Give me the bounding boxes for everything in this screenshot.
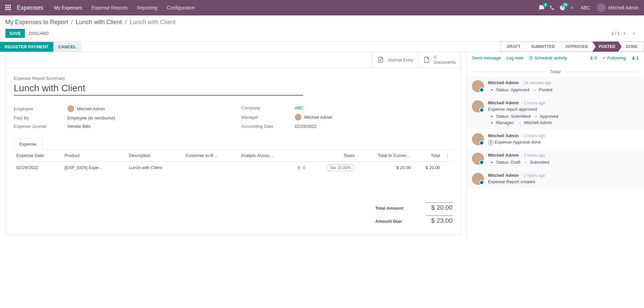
pager-next-icon[interactable]: › bbox=[629, 29, 639, 38]
arrow-right-icon: → bbox=[523, 160, 527, 165]
message-author[interactable]: Mitchell Admin bbox=[488, 80, 519, 85]
message-avatar-icon bbox=[472, 133, 484, 145]
message-time: - 2 hours ago bbox=[522, 134, 545, 138]
documents-count: 0 bbox=[434, 55, 456, 60]
stage-draft[interactable]: DRAFT bbox=[500, 42, 527, 52]
col-taxes[interactable]: Taxes bbox=[308, 150, 358, 162]
cancel-button[interactable]: CANCEL bbox=[53, 42, 81, 52]
breadcrumb-current: Lunch with Client bbox=[129, 19, 175, 25]
following-button[interactable]: ✓ Following bbox=[602, 55, 626, 60]
message-item: Mitchell Admin - 2 hours ago $Expense Ap… bbox=[467, 130, 644, 149]
user-name: Mitchell Admin bbox=[608, 5, 639, 10]
breadcrumb-root[interactable]: My Expenses to Report bbox=[5, 19, 68, 25]
col-analytic[interactable]: Analytic Accou… bbox=[238, 150, 294, 162]
employee-label: Employee bbox=[14, 106, 67, 111]
message-item: Mitchell Admin - 24 minutes ago Status: … bbox=[467, 77, 644, 96]
company-value[interactable]: ABC bbox=[295, 105, 304, 110]
cell-attachments[interactable]: 0 bbox=[297, 165, 305, 170]
message-time: - 2 hours ago bbox=[522, 173, 545, 178]
person-icon bbox=[631, 56, 636, 60]
message-avatar-icon bbox=[472, 80, 484, 92]
table-row[interactable]: 02/28/2022 [EXP_GEN] Expe… Lunch with Cl… bbox=[14, 162, 452, 174]
col-description[interactable]: Description bbox=[126, 150, 183, 162]
title-input[interactable] bbox=[14, 82, 303, 96]
stage-submitted[interactable]: SUBMITTED bbox=[525, 42, 561, 52]
company-switcher[interactable]: ABC bbox=[581, 5, 590, 10]
amount-due-value: $ 23.00 bbox=[426, 215, 452, 224]
documents-button[interactable]: 0 Documents bbox=[418, 52, 461, 67]
stage-posted[interactable]: POSTED bbox=[592, 42, 622, 52]
status-change: Status: Draft → Submitted bbox=[496, 159, 639, 165]
company-label: Company bbox=[241, 105, 295, 110]
paperclip-icon bbox=[589, 56, 593, 60]
cell-analytic bbox=[238, 162, 294, 174]
journal-value[interactable]: Vendor Bills bbox=[67, 124, 91, 129]
user-avatar-icon bbox=[597, 3, 606, 12]
phone-icon[interactable] bbox=[549, 5, 555, 10]
debug-icon[interactable]: ✖ bbox=[570, 5, 574, 10]
tab-expense[interactable]: Expense bbox=[14, 139, 42, 150]
journal-label: Expense Journal bbox=[14, 124, 67, 129]
journal-icon bbox=[377, 56, 384, 63]
col-product[interactable]: Product bbox=[62, 150, 126, 162]
send-message-button[interactable]: Send message bbox=[472, 55, 501, 60]
stage-done[interactable]: DONE bbox=[620, 42, 644, 52]
journal-entry-label: Journal Entry bbox=[388, 57, 414, 62]
documents-icon bbox=[423, 56, 430, 63]
arrow-right-icon: → bbox=[517, 120, 522, 125]
cell-date: 02/28/2022 bbox=[14, 162, 62, 174]
total-amount-value: $ 20.00 bbox=[426, 202, 452, 211]
message-author[interactable]: Mitchell Admin bbox=[488, 133, 519, 138]
paidby-value[interactable]: Employee (to reimburse) bbox=[67, 115, 115, 120]
messaging-badge: 6 bbox=[543, 3, 548, 7]
discard-button[interactable]: DISCARD bbox=[25, 29, 53, 38]
message-author[interactable]: Mitchell Admin bbox=[488, 153, 519, 158]
arrow-right-icon: → bbox=[533, 114, 537, 119]
register-payment-button[interactable]: REGISTER PAYMENT bbox=[0, 42, 53, 52]
journal-entry-button[interactable]: Journal Entry bbox=[372, 52, 418, 67]
breadcrumb-mid[interactable]: Lunch with Client bbox=[76, 19, 122, 25]
message-author[interactable]: Mitchell Admin bbox=[488, 100, 519, 105]
clock-icon bbox=[529, 56, 533, 60]
message-item: Mitchell Admin - 2 hours ago Expense Rep… bbox=[467, 169, 644, 188]
message-body: Expense Report created bbox=[488, 179, 639, 184]
pager-value[interactable]: 1 / 1 bbox=[611, 31, 620, 36]
cell-total: $ 20.00 bbox=[414, 162, 443, 174]
col-total-currency[interactable]: Total In Curren… bbox=[357, 150, 414, 162]
message-author[interactable]: Mitchell Admin bbox=[488, 173, 519, 178]
summary-label: Expense Report Summary bbox=[14, 76, 452, 81]
activities-badge: 28 bbox=[562, 3, 569, 7]
col-total[interactable]: Total bbox=[414, 150, 443, 162]
expense-table: Expense Date Product Description Custome… bbox=[14, 150, 452, 173]
message-time: - 24 minutes ago bbox=[522, 81, 551, 85]
nav-configuration[interactable]: Configuration bbox=[167, 5, 195, 10]
documents-label: Documents bbox=[434, 60, 456, 65]
log-note-button[interactable]: Log note bbox=[506, 55, 524, 60]
col-customer[interactable]: Customer to R… bbox=[183, 150, 238, 162]
attachments-button[interactable]: 0 bbox=[589, 55, 597, 60]
manager-value[interactable]: Mitchell Admin bbox=[295, 114, 332, 120]
followers-button[interactable]: 1 bbox=[631, 55, 639, 60]
amount-due-label: Amount Due: bbox=[375, 219, 403, 224]
activities-icon[interactable]: 28 bbox=[559, 5, 566, 11]
app-brand[interactable]: Expenses bbox=[17, 4, 43, 11]
accdate-label: Accounting Date bbox=[241, 124, 295, 129]
accdate-value[interactable]: 02/28/2022 bbox=[295, 124, 317, 129]
nav-expense-reports[interactable]: Expense Reports bbox=[92, 5, 127, 10]
message-avatar-icon bbox=[472, 173, 484, 185]
pager-prev-icon[interactable]: ‹ bbox=[620, 29, 629, 38]
employee-value[interactable]: Mitchell Admin bbox=[67, 105, 105, 112]
user-menu[interactable]: Mitchell Admin bbox=[597, 3, 639, 12]
save-button[interactable]: SAVE bbox=[5, 29, 25, 38]
nav-my-expenses[interactable]: My Expenses bbox=[54, 5, 82, 10]
col-options-icon[interactable]: ⋮ bbox=[443, 150, 452, 162]
stage-approved[interactable]: APPROVED bbox=[559, 42, 594, 52]
apps-icon[interactable] bbox=[5, 5, 11, 11]
nav-reporting[interactable]: Reporting bbox=[137, 5, 158, 10]
pager: 1 / 1 ‹ › bbox=[611, 29, 639, 38]
schedule-activity-button[interactable]: Schedule activity bbox=[529, 55, 567, 60]
total-amount-label: Total Amount: bbox=[375, 206, 405, 211]
messaging-icon[interactable]: 6 bbox=[539, 5, 545, 11]
employee-avatar-icon bbox=[67, 105, 74, 112]
col-date[interactable]: Expense Date bbox=[14, 150, 62, 162]
